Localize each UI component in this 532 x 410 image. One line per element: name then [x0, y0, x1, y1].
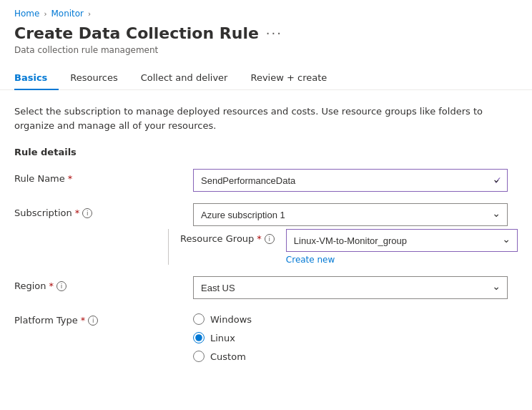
page-header: Create Data Collection Rule ···	[0, 24, 532, 45]
breadcrumb-home[interactable]: Home	[14, 9, 39, 19]
region-select[interactable]: East US	[193, 276, 508, 299]
platform-type-control: Windows Linux Custom	[193, 311, 508, 362]
resource-indent: Resource Group * i Linux-VM-to-Monitor_g…	[14, 229, 518, 265]
sub-resource-group-wrapper: Subscription * i Azure subscription 1 Re…	[14, 203, 518, 265]
platform-linux-option[interactable]: Linux	[193, 332, 508, 343]
tab-resources[interactable]: Resources	[59, 67, 129, 90]
resource-group-label-text: Resource Group	[180, 233, 254, 244]
region-required: *	[49, 280, 54, 291]
platform-type-label: Platform Type * i	[14, 311, 193, 326]
resource-group-select-wrapper: Linux-VM-to-Monitor_group	[286, 229, 518, 252]
platform-linux-radio[interactable]	[193, 332, 205, 343]
platform-type-info-icon[interactable]: i	[88, 316, 98, 326]
resource-group-label: Resource Group * i	[180, 229, 286, 244]
tab-review-create[interactable]: Review + create	[239, 67, 338, 90]
page-title: Create Data Collection Rule	[14, 24, 259, 42]
platform-linux-label: Linux	[210, 333, 235, 343]
more-options-icon[interactable]: ···	[266, 26, 282, 41]
subscription-row: Subscription * i Azure subscription 1	[14, 203, 518, 226]
region-wrapper: East US	[193, 276, 508, 299]
breadcrumb-sep-1: ›	[44, 10, 46, 18]
subscription-required: *	[75, 208, 80, 218]
rule-name-input[interactable]	[193, 169, 508, 192]
breadcrumb: Home › Monitor ›	[0, 0, 532, 24]
page-description: Select the subscription to manage deploy…	[14, 104, 501, 132]
platform-windows-radio[interactable]	[193, 313, 205, 325]
connector-line	[168, 229, 169, 265]
rule-name-wrapper: ✓	[193, 169, 508, 192]
region-info-icon[interactable]: i	[56, 281, 66, 291]
resource-group-control-wrapper: Linux-VM-to-Monitor_group Create new	[286, 229, 518, 265]
platform-windows-option[interactable]: Windows	[193, 313, 508, 325]
platform-type-radio-group: Windows Linux Custom	[193, 311, 508, 362]
platform-custom-option[interactable]: Custom	[193, 351, 508, 362]
resource-group-required: *	[257, 233, 262, 244]
platform-windows-label: Windows	[210, 314, 252, 325]
resource-group-info-icon[interactable]: i	[265, 234, 275, 244]
section-title: Rule details	[14, 147, 518, 157]
resource-group-inner: Resource Group * i Linux-VM-to-Monitor_g…	[180, 229, 518, 265]
page-subtitle: Data collection rule management	[0, 45, 532, 67]
content-area: Select the subscription to manage deploy…	[0, 90, 532, 388]
rule-name-required: *	[68, 173, 73, 184]
subscription-label: Subscription * i	[14, 203, 193, 218]
platform-custom-label: Custom	[210, 351, 246, 362]
resource-group-select[interactable]: Linux-VM-to-Monitor_group	[286, 229, 518, 252]
subscription-info-icon[interactable]: i	[82, 208, 92, 218]
rule-name-label: Rule Name *	[14, 169, 193, 184]
breadcrumb-sep-2: ›	[88, 10, 91, 18]
platform-type-label-text: Platform Type	[14, 315, 78, 326]
platform-type-row: Platform Type * i Windows Linux Custom	[14, 311, 518, 362]
tab-collect-deliver[interactable]: Collect and deliver	[129, 67, 240, 90]
region-label: Region * i	[14, 276, 193, 291]
create-new-link[interactable]: Create new	[286, 255, 518, 265]
region-row: Region * i East US	[14, 276, 518, 299]
rule-name-label-text: Rule Name	[14, 173, 65, 184]
rule-name-row: Rule Name * ✓	[14, 169, 518, 192]
tabs-container: Basics Resources Collect and deliver Rev…	[0, 67, 532, 90]
platform-custom-radio[interactable]	[193, 351, 205, 362]
platform-type-required: *	[81, 315, 86, 326]
breadcrumb-monitor[interactable]: Monitor	[51, 9, 84, 19]
subscription-select[interactable]: Azure subscription 1	[193, 203, 508, 226]
subscription-wrapper: Azure subscription 1	[193, 203, 508, 226]
subscription-label-text: Subscription	[14, 208, 72, 218]
region-label-text: Region	[14, 280, 46, 291]
tab-basics[interactable]: Basics	[14, 67, 59, 90]
